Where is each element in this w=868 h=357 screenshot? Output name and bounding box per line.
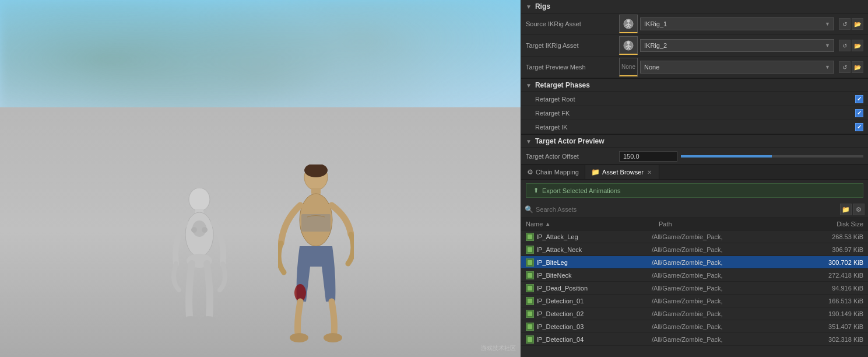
source-ikrig-value: IKRig_1 ▼ ↺ 📂 (619, 15, 863, 33)
ikrig-source-svg (623, 18, 634, 30)
retarget-root-checkbox[interactable] (855, 95, 863, 103)
row-animation-icon (526, 323, 534, 331)
preview-mesh-browse-btn[interactable]: 📂 (852, 61, 863, 73)
target-actor-offset-row: Target Actor Offset (521, 148, 868, 164)
target-dropdown-arrow: ▼ (825, 43, 830, 48)
preview-mesh-actions: ↺ 📂 (839, 61, 863, 73)
table-row[interactable]: IP_Detection_02 /All/Game/Zombie_Pack, 1… (521, 307, 868, 320)
svg-rect-13 (301, 214, 331, 232)
retarget-fk-row: Retarget FK (521, 106, 868, 120)
retarget-ik-checkbox[interactable] (855, 123, 863, 131)
source-ikrig-selector: IKRig_1 ▼ ↺ 📂 (619, 15, 863, 33)
retarget-root-label: Retarget Root (535, 96, 855, 103)
preview-mesh-reset-btn[interactable]: ↺ (839, 61, 851, 73)
row-animation-icon (526, 284, 534, 292)
row-animation-icon (526, 297, 534, 305)
target-actor-offset-input[interactable] (619, 151, 677, 162)
robot-figure (167, 188, 231, 357)
svg-point-0 (189, 188, 210, 211)
target-actor-header[interactable]: ▼ Target Actor Preview (521, 135, 868, 148)
target-actor-title: Target Actor Preview (535, 137, 605, 145)
asset-browser-close-btn[interactable]: ✕ (646, 169, 653, 176)
row-size-text: 190.149 KiB (799, 310, 863, 317)
source-ikrig-actions: ↺ 📂 (839, 18, 863, 30)
target-ikrig-dropdown[interactable]: IKRig_2 ▼ (640, 39, 834, 52)
table-row[interactable]: IP_Dead_Position /All/Game/Zombie_Pack, … (521, 282, 868, 295)
preview-mesh-dropdown[interactable]: None ▼ (640, 61, 834, 74)
row-name-text: IP_BiteNeck (536, 272, 647, 279)
row-name-text: IP_Attack_Leg (536, 233, 647, 240)
retarget-phases-title: Retarget Phases (535, 81, 590, 89)
search-bar: 🔍 📁 ⚙ (521, 201, 868, 218)
asset-browser: ⬆ Export Selected Animations 🔍 📁 ⚙ Name … (521, 180, 868, 357)
svg-point-16 (324, 333, 342, 342)
target-actor-offset-bar[interactable] (681, 155, 863, 158)
col-size-header[interactable]: Disk Size (799, 220, 863, 228)
retarget-fk-checkbox[interactable] (855, 109, 863, 117)
right-panel: ▼ Rigs Source IKRig Asset (521, 0, 868, 357)
size-column-label: Disk Size (837, 220, 863, 228)
tab-asset-browser[interactable]: 📁 Asset Browser ✕ (585, 165, 659, 179)
target-ikrig-icon (619, 36, 638, 55)
source-dropdown-arrow: ▼ (825, 21, 830, 27)
search-settings-btn[interactable]: ⚙ (853, 204, 865, 215)
table-row[interactable]: IP_Detection_01 /All/Game/Zombie_Pack, 1… (521, 295, 868, 307)
source-ikrig-dropdown[interactable]: IKRig_1 ▼ (640, 18, 834, 30)
preview-mesh-value-text: None (644, 64, 659, 71)
tab-chain-mapping[interactable]: ⚙ Chain Mapping (521, 165, 585, 179)
source-ikrig-row: Source IKRig Asset IKRig_ (521, 13, 868, 35)
row-size-text: 272.418 KiB (799, 272, 863, 279)
row-animation-icon (526, 258, 534, 267)
svg-point-7 (191, 227, 197, 233)
source-ikrig-browse-btn[interactable]: 📂 (852, 18, 863, 30)
retarget-ik-label: Retarget IK (535, 124, 855, 131)
table-row[interactable]: IP_Attack_Neck /All/Game/Zombie_Pack, 30… (521, 243, 868, 256)
path-column-label: Path (659, 220, 672, 228)
source-ikrig-reset-btn[interactable]: ↺ (839, 18, 851, 30)
row-path-text: /All/Game/Zombie_Pack, (647, 272, 799, 279)
export-btn-label: Export Selected Animations (542, 187, 621, 194)
table-row[interactable]: IP_Detection_03 /All/Game/Zombie_Pack, 3… (521, 320, 868, 333)
retarget-phases-header[interactable]: ▼ Retarget Phases (521, 79, 868, 92)
zombie-figure (278, 164, 354, 357)
export-selected-animations-btn[interactable]: ⬆ Export Selected Animations (526, 183, 863, 198)
preview-mesh-icon: None (619, 58, 638, 76)
search-assets-input[interactable] (536, 206, 838, 213)
col-name-header[interactable]: Name ▲ (526, 220, 654, 228)
table-row[interactable]: IP_Attack_Leg /All/Game/Zombie_Pack, 268… (521, 230, 868, 243)
target-ikrig-actions: ↺ 📂 (839, 40, 863, 51)
target-actor-section: ▼ Target Actor Preview Target Actor Offs… (521, 134, 868, 164)
row-name-text: IP_Attack_Neck (536, 246, 647, 253)
rigs-section-header[interactable]: ▼ Rigs (521, 0, 868, 13)
row-animation-icon (526, 233, 534, 241)
row-path-text: /All/Game/Zombie_Pack, (647, 259, 799, 266)
row-path-text: /All/Game/Zombie_Pack, (647, 323, 799, 330)
row-size-text: 166.513 KiB (799, 298, 863, 304)
table-row[interactable]: IP_BiteNeck /All/Game/Zombie_Pack, 272.4… (521, 269, 868, 282)
target-ikrig-selector: IKRig_2 ▼ ↺ 📂 (619, 36, 863, 55)
svg-point-25 (627, 41, 630, 44)
target-ikrig-reset-btn[interactable]: ↺ (839, 40, 851, 51)
row-name-text: IP_Detection_02 (536, 310, 647, 317)
table-row[interactable]: IP_BiteLeg /All/Game/Zombie_Pack, 300.70… (521, 256, 868, 269)
row-path-text: /All/Game/Zombie_Pack, (647, 336, 799, 343)
retarget-fk-label: Retarget FK (535, 110, 855, 117)
search-folder-btn[interactable]: 📁 (840, 204, 852, 215)
svg-point-8 (202, 227, 208, 233)
row-path-text: /All/Game/Zombie_Pack, (647, 285, 799, 292)
table-row[interactable]: IP_Detection_04 /All/Game/Zombie_Pack, 3… (521, 333, 868, 346)
name-sort-arrow: ▲ (545, 221, 550, 227)
retarget-ik-row: Retarget IK (521, 120, 868, 134)
target-ikrig-browse-btn[interactable]: 📂 (852, 40, 863, 51)
target-ikrig-value-text: IKRig_2 (644, 42, 667, 49)
target-actor-offset-label: Target Actor Offset (526, 153, 619, 160)
watermark: 游戏技术社区 (481, 344, 516, 352)
row-size-text: 351.407 KiB (799, 323, 863, 330)
target-preview-mesh-label: Target Preview Mesh (526, 64, 619, 71)
row-size-text: 302.318 KiB (799, 336, 863, 343)
col-path-header[interactable]: Path (654, 220, 799, 228)
row-animation-icon (526, 271, 534, 279)
row-name-text: IP_BiteLeg (536, 259, 647, 266)
table-body[interactable]: IP_Attack_Leg /All/Game/Zombie_Pack, 268… (521, 230, 868, 357)
row-size-text: 306.97 KiB (799, 246, 863, 253)
